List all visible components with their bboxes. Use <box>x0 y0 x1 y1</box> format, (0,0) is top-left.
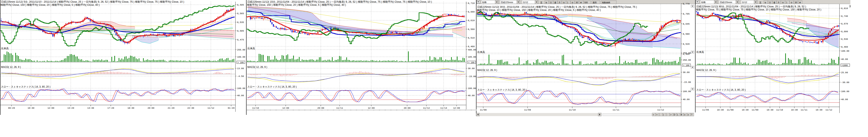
svg-text:-15.00: -15.00 <box>468 75 476 78</box>
svg-text:スロー・ストキャスティクス( 14, 3, 80, 20 ): スロー・ストキャスティクス( 14, 3, 80, 20 ) <box>247 85 297 88</box>
svg-text:適用: 適用 <box>593 1 597 4</box>
svg-text:40.00: 40.00 <box>468 94 475 97</box>
svg-text:40.00: 40.00 <box>237 94 244 97</box>
svg-text:8,660: 8,660 <box>468 11 475 13</box>
svg-text:20:00: 20:00 <box>317 107 324 109</box>
svg-text:100.00: 100.00 <box>841 90 849 93</box>
svg-text:13:20: 13:20 <box>67 107 74 109</box>
svg-text:8,810: 8,810 <box>841 7 848 10</box>
svg-text:スロー・ストキャスティクス( 14, 3, 80, 20 ): スロー・ストキャスティクス( 14, 3, 80, 20 ) <box>477 89 527 91</box>
svg-text:本: 本 <box>799 1 801 4</box>
svg-text:8,705: 8,705 <box>683 13 689 15</box>
svg-text:17:20: 17:20 <box>107 107 114 109</box>
svg-text:11/09: 11/09 <box>524 109 531 111</box>
svg-text:40.00: 40.00 <box>841 98 848 101</box>
svg-text:MACD( 12, 26, 9 ): MACD( 12, 26, 9 ) <box>247 66 267 68</box>
svg-text:11/12: 11/12 <box>523 1 528 3</box>
svg-text:分: 分 <box>571 1 574 4</box>
svg-text:11/11: 11/11 <box>801 109 807 111</box>
svg-text:日: 日 <box>550 1 552 4</box>
svg-text:移動平均( Close, 150 ) 移動平均( Clo: 移動平均( Close, 150 ) 移動平均( Close, 20 ) 移動平… <box>247 3 346 6</box>
svg-text:>: > <box>670 114 672 116</box>
svg-text:8,610: 8,610 <box>468 19 475 22</box>
svg-text:移動平均( Close, 10 ) 移動平均( Clos: 移動平均( Close, 10 ) 移動平均( Close, 150 ) 移動平… <box>477 9 601 11</box>
svg-text:× 100: × 100 <box>468 62 474 64</box>
svg-text:100.00: 100.00 <box>841 50 849 52</box>
svg-text:.: . <box>660 114 660 116</box>
svg-text:足: 足 <box>540 1 542 4</box>
svg-text:週: 週 <box>554 1 556 4</box>
svg-text:8,505: 8,505 <box>237 30 244 32</box>
svg-text:490.00: 490.00 <box>468 48 476 51</box>
svg-text:12:00: 12:00 <box>453 107 460 109</box>
svg-text:100.00: 100.00 <box>237 87 245 90</box>
svg-text:MACD( 12, 26, 9 ): MACD( 12, 26, 9 ) <box>1 66 21 68</box>
svg-text:x: x <box>688 114 689 116</box>
svg-text:1: 1 <box>567 1 568 4</box>
svg-text:14:40: 14:40 <box>87 107 94 109</box>
svg-text:8,460: 8,460 <box>468 45 475 48</box>
svg-text:月: 月 <box>778 1 780 4</box>
svg-text:日経225mini: 日経225mini <box>720 1 732 3</box>
svg-text:8,565: 8,565 <box>237 12 244 15</box>
svg-text:出来高: 出来高 <box>477 50 485 54</box>
svg-text:足: 足 <box>759 1 762 4</box>
svg-text:8,560: 8,560 <box>468 28 475 31</box>
svg-text:750.00: 750.00 <box>683 52 691 54</box>
svg-text:100.00: 100.00 <box>683 90 691 93</box>
svg-text:11/10: 11/10 <box>252 107 259 109</box>
svg-text:8,670: 8,670 <box>841 23 848 25</box>
svg-text:30: 30 <box>795 1 797 4</box>
svg-text:11/05: 11/05 <box>702 109 709 111</box>
svg-text:40.00: 40.00 <box>683 98 689 101</box>
svg-text:30.00: 30.00 <box>468 67 475 70</box>
svg-text:11/08: 11/08 <box>480 109 487 111</box>
svg-text:MACD( 12, 26, 9 ): MACD( 12, 26, 9 ) <box>477 69 497 72</box>
svg-text:L: L <box>677 114 679 116</box>
svg-text:本: 本 <box>580 1 582 4</box>
svg-text:30.00: 30.00 <box>683 71 689 74</box>
svg-text:11/12: 11/12 <box>742 1 747 3</box>
svg-text:日経225mini 11/12( 60分, 2011/11/: 日経225mini 11/12( 60分, 2011/11/04 - 2011/… <box>696 5 806 8</box>
svg-text:11/14: 11/14 <box>440 107 447 109</box>
svg-text:日経225mini 11/12( 30分, 2011/11/: 日経225mini 11/12( 30分, 2011/11/04 - 2011/… <box>477 5 637 8</box>
svg-text:8,475: 8,475 <box>237 39 244 41</box>
svg-text:11/08: 11/08 <box>727 109 734 111</box>
svg-text:⧉: ⧉ <box>546 1 547 4</box>
svg-text:分: 分 <box>782 1 784 4</box>
svg-text:×1000: ×1000 <box>841 64 848 67</box>
svg-text:-: - <box>667 114 668 116</box>
svg-text:100.00: 100.00 <box>468 87 476 90</box>
svg-text:o: o <box>684 114 685 116</box>
svg-text:分: 分 <box>790 1 793 4</box>
svg-text:21:20: 21:20 <box>167 107 174 109</box>
svg-text:日経225mini: 日経225mini <box>501 1 513 3</box>
svg-text:分: 分 <box>563 1 565 4</box>
svg-text:出来高: 出来高 <box>247 47 255 50</box>
svg-text:日: 日 <box>769 1 771 4</box>
svg-text:+: + <box>656 114 657 116</box>
svg-text:スロー・ストキャスティクス( 14, 3, 80, 20 ): スロー・ストキャスティクス( 14, 3, 80, 20 ) <box>1 85 50 88</box>
svg-text:25.00: 25.00 <box>841 71 848 74</box>
svg-text:255.00: 255.00 <box>237 48 245 51</box>
svg-text:T: T <box>691 114 692 116</box>
svg-text:195.00: 195.00 <box>468 56 476 58</box>
svg-text:11/12: 11/12 <box>423 107 430 109</box>
svg-text:11/10: 11/10 <box>776 109 783 111</box>
svg-text:B: B <box>681 114 682 116</box>
svg-text:8,460: 8,460 <box>841 46 848 48</box>
svg-text:250.00: 250.00 <box>683 59 691 61</box>
svg-text:日経225mini 11/12( 5分, 2011/11/1: 日経225mini 11/12( 5分, 2011/11/10 - 2011/1… <box>1 0 184 3</box>
svg-text:先物: 先物 <box>482 1 487 3</box>
svg-text:移動平均( Close, 150 ) 移動平均( Clo: 移動平均( Close, 150 ) 移動平均( Close, 20 ) 移動平… <box>1 3 100 6</box>
svg-text:× 100: × 100 <box>238 62 244 64</box>
svg-text:8,510: 8,510 <box>468 37 475 39</box>
svg-text:16:30: 16:30 <box>717 109 723 111</box>
svg-text:8,770: 8,770 <box>683 3 689 5</box>
svg-text:-30.00: -30.00 <box>841 81 849 84</box>
svg-text:8,740: 8,740 <box>841 15 848 18</box>
svg-text:100.00: 100.00 <box>237 56 245 58</box>
svg-text:30: 30 <box>576 1 578 4</box>
svg-text:22:40: 22:40 <box>187 107 194 109</box>
svg-text:16:30: 16:30 <box>742 109 748 111</box>
